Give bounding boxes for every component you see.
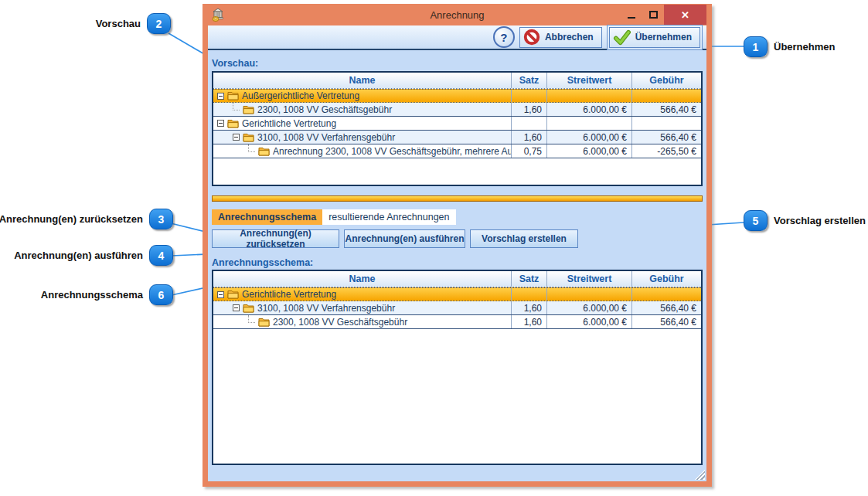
table-row[interactable]: 2300, 1008 VV Geschäftsgebühr1,606.000,0… xyxy=(213,103,701,117)
table-row[interactable]: Anrechnung 2300, 1008 VV Geschäftsgebühr… xyxy=(213,144,701,158)
row-name-cell: 3100, 1008 VV Verfahrensgebühr xyxy=(213,301,511,314)
tree-connector xyxy=(248,144,255,152)
row-satz-value: 1,60 xyxy=(511,315,546,328)
row-gebuehr-value xyxy=(631,288,701,301)
column-header-name[interactable]: Name xyxy=(213,271,511,287)
tree-connector xyxy=(233,103,240,110)
column-header-satz[interactable]: Satz xyxy=(511,271,546,287)
row-streitwert-value: 6.000,00 € xyxy=(546,131,631,144)
column-header-streitwert[interactable]: Streitwert xyxy=(546,271,631,287)
row-gebuehr-value: 566,40 € xyxy=(631,315,701,328)
row-label: 2300, 1008 VV Geschäftsgebühr xyxy=(257,104,392,115)
row-name-cell: 2300, 1008 VV Geschäftsgebühr xyxy=(213,103,511,116)
row-gebuehr-value: 566,40 € xyxy=(631,301,701,314)
column-header-name[interactable]: Name xyxy=(213,73,511,88)
collapse-minus-icon[interactable] xyxy=(217,120,224,127)
row-label: 3100, 1008 VV Verfahrensgebühr xyxy=(257,132,395,143)
row-satz-value xyxy=(511,90,546,102)
row-label: Gerichtliche Vertretung xyxy=(242,289,336,300)
reset-anrechnung-button[interactable]: Anrechnung(en) zurücksetzen xyxy=(212,229,339,248)
page: 1Übernehmen2Vorschau3Anrechnung(en) zurü… xyxy=(0,0,868,496)
tab-anrechnungsschema[interactable]: Anrechnungsschema xyxy=(212,209,322,225)
collapse-minus-icon[interactable] xyxy=(233,134,240,141)
folder-icon xyxy=(227,119,239,128)
row-streitwert-value: 6.000,00 € xyxy=(546,301,631,314)
preview-table[interactable]: Name Satz Streitwert Gebühr Außergericht… xyxy=(212,71,703,186)
row-gebuehr-value: -265,50 € xyxy=(631,144,701,158)
folder-icon xyxy=(258,147,270,156)
column-header-satz[interactable]: Satz xyxy=(511,73,546,88)
callout-label-3: Anrechnung(en) zurücksetzen xyxy=(0,213,143,225)
close-icon: ✕ xyxy=(681,9,689,21)
row-streitwert-value xyxy=(546,117,631,130)
help-button[interactable]: ? xyxy=(493,26,515,48)
column-header-gebuehr[interactable]: Gebühr xyxy=(631,73,701,88)
callout-label-4: Anrechnung(en) ausführen xyxy=(14,250,143,261)
resize-grip[interactable] xyxy=(695,470,705,480)
row-satz-value xyxy=(511,288,546,301)
apply-button-frame: Übernehmen xyxy=(607,25,703,50)
row-streitwert-value: 6.000,00 € xyxy=(546,315,631,328)
callout-label-1: Übernehmen xyxy=(774,41,835,53)
folder-icon xyxy=(243,133,254,142)
schema-table-header: Name Satz Streitwert Gebühr xyxy=(213,271,701,287)
toolbar: ? Abbrechen Übernehmen xyxy=(208,25,706,50)
column-header-gebuehr[interactable]: Gebühr xyxy=(631,271,701,287)
minimize-icon xyxy=(628,17,635,19)
action-button-row: Anrechnung(en) zurücksetzen Anrechnung(e… xyxy=(212,229,703,248)
row-gebuehr-value: 566,40 € xyxy=(631,131,701,144)
callout-badge-5: 5 xyxy=(744,210,768,231)
apply-label: Übernehmen xyxy=(635,32,692,42)
table-row[interactable]: 2300, 1008 VV Geschäftsgebühr1,606.000,0… xyxy=(213,315,701,329)
apply-button[interactable]: Übernehmen xyxy=(609,27,700,48)
row-name-cell: Außergerichtliche Vertretung xyxy=(213,90,511,102)
callout-badge-1: 1 xyxy=(744,36,768,57)
row-gebuehr-value xyxy=(631,90,701,102)
row-streitwert-value: 6.000,00 € xyxy=(546,103,631,116)
folder-icon xyxy=(243,105,254,114)
callout-badge-6: 6 xyxy=(149,284,173,305)
row-name-cell: 3100, 1008 VV Verfahrensgebühr xyxy=(213,131,511,144)
table-row[interactable]: Gerichtliche Vertretung xyxy=(213,287,701,301)
schema-table[interactable]: Name Satz Streitwert Gebühr Gerichtliche… xyxy=(212,270,703,465)
execute-anrechnung-button[interactable]: Anrechnung(en) ausführen xyxy=(344,229,465,248)
column-header-streitwert[interactable]: Streitwert xyxy=(546,73,631,88)
create-proposal-button[interactable]: Vorschlag erstellen xyxy=(470,229,578,248)
table-row[interactable]: 3100, 1008 VV Verfahrensgebühr1,606.000,… xyxy=(213,131,701,144)
callout-badge-2: 2 xyxy=(147,13,171,34)
callout-label-5: Vorschlag erstellen xyxy=(774,215,866,226)
folder-icon xyxy=(243,304,254,313)
tree-connector xyxy=(248,315,255,323)
collapse-minus-icon[interactable] xyxy=(217,93,224,100)
row-gebuehr-value: 566,40 € xyxy=(631,103,701,116)
preview-label: Vorschau: xyxy=(212,58,703,69)
maximize-button[interactable] xyxy=(642,5,664,25)
table-row[interactable]: 3100, 1008 VV Verfahrensgebühr1,606.000,… xyxy=(213,301,701,315)
row-satz-value: 1,60 xyxy=(511,301,546,314)
table-row[interactable]: Gerichtliche Vertretung xyxy=(213,117,701,131)
collapse-minus-icon[interactable] xyxy=(217,291,224,298)
row-name-cell: Gerichtliche Vertretung xyxy=(213,288,511,301)
row-streitwert-value xyxy=(546,288,631,301)
close-button[interactable]: ✕ xyxy=(664,5,706,25)
minimize-button[interactable] xyxy=(621,5,642,25)
table-row[interactable]: Außergerichtliche Vertretung xyxy=(213,89,701,103)
row-label: Außergerichtliche Vertretung xyxy=(242,90,359,101)
row-label: Gerichtliche Vertretung xyxy=(242,118,336,129)
row-satz-value: 1,60 xyxy=(511,131,546,144)
client-area: ? Abbrechen Übernehmen xyxy=(208,25,706,481)
splitter-bar[interactable] xyxy=(212,195,703,202)
titlebar[interactable]: Anrechnung ✕ xyxy=(208,4,706,25)
folder-icon xyxy=(227,290,239,299)
folder-icon xyxy=(227,91,239,100)
checkmark-icon xyxy=(613,29,631,46)
cancel-label: Abbrechen xyxy=(545,32,594,42)
callout-label-2: Vorschau xyxy=(96,18,141,29)
row-satz-value: 0,75 xyxy=(511,144,546,158)
callout-badge-4: 4 xyxy=(149,245,173,266)
row-name-cell: 2300, 1008 VV Geschäftsgebühr xyxy=(213,315,511,328)
tab-resultierende-anrechnungen[interactable]: resultierende Anrechnungen xyxy=(322,209,455,225)
row-streitwert-value: 6.000,00 € xyxy=(546,144,631,158)
collapse-minus-icon[interactable] xyxy=(233,304,240,311)
cancel-button[interactable]: Abbrechen xyxy=(519,27,602,48)
